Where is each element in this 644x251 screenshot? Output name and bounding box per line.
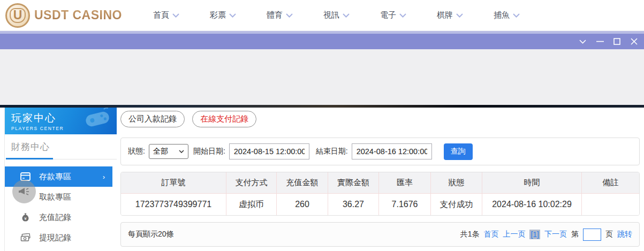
maximize-button[interactable] [611, 36, 623, 47]
nav-item-home[interactable]: 首頁 [153, 10, 179, 20]
sidebar-header: 玩家中心 PLAYERS CENTER [5, 108, 117, 134]
next-page-link[interactable]: 下一页 [544, 230, 567, 239]
cell-remark [581, 194, 639, 215]
section-underline [5, 158, 117, 159]
col-header-order-no: 訂單號 [121, 172, 226, 194]
col-header-status: 狀態 [430, 172, 482, 194]
per-page-label: 每頁顯示20條 [128, 230, 174, 239]
content-area: 玩家中心 PLAYERS CENTER 財務中心 存款專區 › [0, 108, 644, 251]
table-row: 1723773749399771 虚拟币 260 36.27 7.1676 支付… [121, 194, 639, 215]
payment-records-table: 訂單號 支付方式 充值金額 實際金額 匯率 狀態 時間 備註 172377374… [120, 172, 640, 216]
nav-item-cards[interactable]: 棋牌 [437, 10, 463, 20]
cell-actual-amount: 36.27 [328, 194, 378, 215]
start-date-input[interactable] [229, 143, 309, 159]
nav-label: 電子 [380, 10, 396, 20]
nav-label: 捕魚 [494, 10, 510, 20]
prev-page-link[interactable]: 上一页 [503, 230, 525, 239]
nav-item-video[interactable]: 視訊 [323, 10, 350, 20]
nav-label: 體育 [267, 10, 283, 20]
cell-rate: 7.1676 [378, 194, 430, 215]
sidebar-item-withdraw-records[interactable]: 提現記錄 [5, 227, 117, 248]
total-count-label: 共1条 [460, 230, 480, 239]
close-button[interactable] [628, 36, 640, 47]
nav-item-fishing[interactable]: 捕魚 [494, 10, 520, 20]
first-page-link[interactable]: 首页 [483, 230, 498, 239]
logo-coin-icon: U [5, 3, 30, 28]
sidebar-item-label: 存款專區 [39, 172, 71, 182]
logo-text: USDT CASINO [34, 8, 122, 22]
page-jump-input[interactable] [583, 229, 601, 241]
filter-bar: 狀態: 全部 開始日期: 結束日期: 查詢 [120, 138, 640, 165]
sidebar-menu: 存款專區 › 取款專區 ¥ 充值記錄 提現記錄 [5, 166, 117, 248]
chevron-down-icon [343, 13, 350, 18]
nav-item-lottery[interactable]: 彩票 [210, 10, 236, 20]
end-date-label: 結束日期: [316, 147, 348, 156]
banknote-icon [20, 232, 31, 243]
player-center-sidebar: 玩家中心 PLAYERS CENTER 財務中心 存款專區 › [4, 108, 117, 251]
megaphone-icon [18, 186, 30, 197]
col-header-time: 時間 [482, 172, 581, 194]
chevron-down-icon [172, 13, 179, 18]
col-header-actual-amount: 實際金額 [328, 172, 378, 194]
cell-time: 2024-08-16 10:02:29 [482, 194, 581, 215]
sidebar-item-label: 充值記錄 [39, 212, 71, 223]
select-caret-icon [179, 150, 184, 153]
cell-status: 支付成功 [430, 194, 482, 215]
window-titlebar [0, 34, 644, 49]
page-suffix-label: 页 [605, 230, 613, 239]
sidebar-item-label: 取款專區 [39, 192, 71, 202]
top-header: U USDT CASINO 首頁 彩票 體育 視訊 電子 棋牌 捕魚 [0, 0, 644, 31]
finance-center-label: 財務中心 [11, 141, 117, 153]
chevron-down-icon [513, 13, 520, 18]
minimize-button[interactable] [594, 36, 605, 47]
status-select-value: 全部 [153, 147, 168, 156]
logo-letter: U [10, 8, 26, 23]
status-select[interactable]: 全部 [149, 144, 188, 159]
col-header-rate: 匯率 [378, 172, 430, 194]
pagination-bar: 每頁顯示20條 共1条 首页 上一页 [1] 下一页 第 页 跳转 [120, 222, 640, 247]
svg-text:¥: ¥ [24, 216, 27, 221]
col-header-remark: 備註 [581, 172, 639, 194]
pagination-controls: 共1条 首页 上一页 [1] 下一页 第 页 跳转 [460, 229, 632, 241]
chevron-down-icon [229, 13, 236, 18]
table-header-row: 訂單號 支付方式 充值金額 實際金額 匯率 狀態 時間 備註 [121, 172, 639, 194]
cell-order-no: 1723773749399771 [121, 194, 226, 215]
nav-label: 彩票 [210, 10, 226, 20]
tab-company-deposit-records[interactable]: 公司入款記錄 [120, 111, 185, 127]
chevron-down-icon [399, 13, 406, 18]
main-nav: 首頁 彩票 體育 視訊 電子 棋牌 捕魚 [153, 10, 520, 20]
nav-item-sports[interactable]: 體育 [267, 10, 293, 20]
status-label: 狀態: [128, 147, 145, 156]
empty-gray-region [0, 49, 644, 105]
search-button[interactable]: 查詢 [444, 143, 473, 160]
chevron-down-icon [286, 13, 293, 18]
chevron-right-icon: › [103, 173, 105, 181]
nav-label: 首頁 [153, 10, 169, 20]
nav-item-slots[interactable]: 電子 [380, 10, 406, 20]
money-bag-icon: ¥ [20, 212, 31, 223]
sidebar-item-recharge-records[interactable]: ¥ 充值記錄 [5, 207, 117, 227]
records-panel: 公司入款記錄 在線支付記錄 狀態: 全部 開始日期: 結束日期: 查詢 訂單號 … [120, 111, 640, 247]
tab-online-payment-records[interactable]: 在線支付記錄 [192, 111, 256, 127]
sidebar-item-label: 提現記錄 [39, 233, 71, 243]
floating-toggle-button[interactable] [12, 180, 36, 203]
nav-label: 棋牌 [437, 10, 453, 20]
nav-label: 視訊 [323, 10, 339, 20]
start-date-label: 開始日期: [193, 147, 225, 156]
cell-pay-method: 虚拟币 [226, 194, 276, 215]
chevron-down-icon[interactable] [577, 36, 588, 47]
current-page-indicator: [1] [529, 230, 540, 239]
chevron-down-icon [456, 13, 463, 18]
site-logo[interactable]: U USDT CASINO [5, 3, 122, 28]
jump-button[interactable]: 跳转 [617, 230, 632, 239]
end-date-input[interactable] [352, 143, 432, 159]
col-header-pay-method: 支付方式 [226, 172, 276, 194]
col-header-recharge-amount: 充值金額 [276, 172, 328, 194]
record-tabs: 公司入款記錄 在線支付記錄 [120, 111, 640, 127]
page-prefix-label: 第 [571, 230, 579, 239]
cell-recharge-amount: 260 [276, 194, 328, 215]
